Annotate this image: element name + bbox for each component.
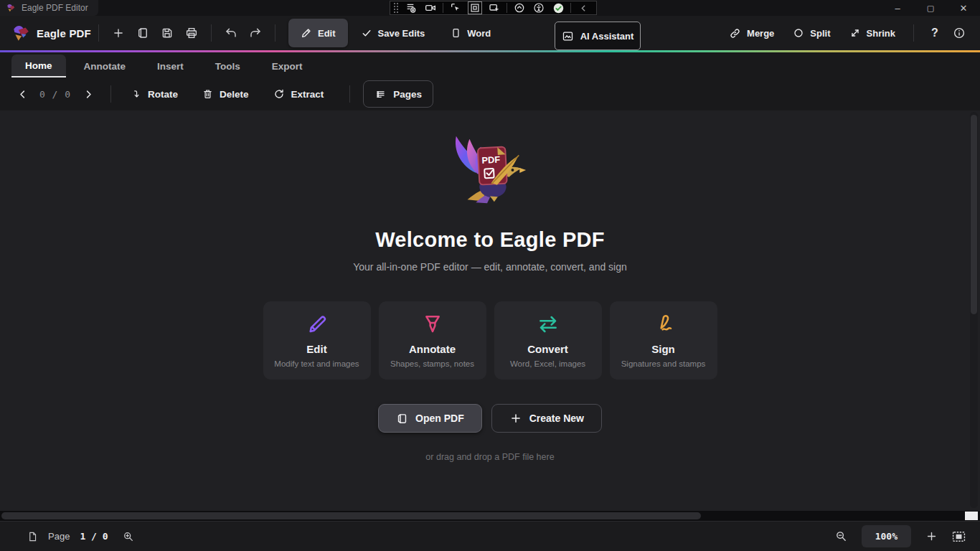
- create-new-label: Create New: [529, 413, 584, 424]
- word-export-button[interactable]: Word: [442, 20, 499, 46]
- main-toolbar: Eagle PDF Edit: [0, 16, 980, 50]
- edit-mode-button[interactable]: Edit: [288, 19, 348, 47]
- scrollbar-corner: [965, 512, 978, 520]
- tab-home[interactable]: Home: [11, 55, 66, 77]
- toolbar-separator: [98, 24, 99, 42]
- ai-image-icon: [562, 30, 574, 42]
- card-title: Annotate: [409, 343, 456, 355]
- zoom-in-left-button[interactable]: [123, 531, 134, 542]
- next-page-button[interactable]: [77, 83, 99, 105]
- vertical-scrollbar-thumb[interactable]: [971, 115, 977, 314]
- welcome-subtitle: Your all-in-one PDF editor — edit, annot…: [353, 261, 627, 273]
- app-title-area: Eagle PDF Editor: [0, 0, 98, 16]
- tab-export[interactable]: Export: [258, 55, 316, 77]
- card-title: Edit: [306, 343, 326, 355]
- save-button[interactable]: [155, 21, 179, 45]
- horizontal-scrollbar-thumb[interactable]: [1, 512, 701, 519]
- feature-cards: Edit Modify text and images Annotate Sha…: [263, 301, 717, 380]
- delete-button[interactable]: Delete: [194, 82, 258, 106]
- open-pdf-button[interactable]: Open PDF: [378, 404, 482, 433]
- ribbon-tabbar: Home Annotate Insert Tools Export: [0, 52, 980, 77]
- zoom-out-button[interactable]: [835, 530, 847, 542]
- create-new-button[interactable]: Create New: [491, 404, 602, 433]
- card-subtitle: Signatures and stamps: [621, 359, 706, 368]
- window-title: Eagle PDF Editor: [22, 3, 88, 13]
- welcome-title: Welcome to Eagle PDF: [375, 228, 605, 252]
- tab-tools[interactable]: Tools: [202, 55, 254, 77]
- accessibility-icon[interactable]: [532, 1, 546, 14]
- zoom-level-value[interactable]: 100%: [862, 525, 911, 547]
- page-nav-toolbar: 0 / 0 Rotate Delete Extract Pages: [0, 77, 980, 110]
- save-edits-button[interactable]: Save Edits: [352, 20, 434, 46]
- card-edit[interactable]: Edit Modify text and images: [263, 301, 371, 380]
- print-button[interactable]: [179, 21, 204, 45]
- drag-drop-hint: or drag and drop a PDF file here: [425, 452, 554, 462]
- card-subtitle: Modify text and images: [274, 359, 359, 368]
- page-value: 1 / 0: [80, 531, 108, 542]
- horizontal-scrollbar[interactable]: [0, 511, 980, 521]
- help-button[interactable]: ?: [924, 22, 946, 44]
- brand-eagle-icon: [11, 24, 30, 42]
- pencil-icon: [301, 27, 312, 39]
- card-sign[interactable]: Sign Signatures and stamps: [610, 301, 717, 380]
- merge-button[interactable]: Merge: [721, 20, 782, 46]
- card-subtitle: Word, Excel, images: [510, 359, 585, 368]
- pages-panel-button[interactable]: Pages: [363, 80, 433, 108]
- capture-separator: [443, 3, 443, 13]
- shrink-label: Shrink: [867, 28, 895, 39]
- pencil-icon: [306, 313, 329, 336]
- video-camera-icon[interactable]: [423, 1, 438, 14]
- close-button[interactable]: ✕: [947, 0, 980, 16]
- rotate-button[interactable]: Rotate: [123, 82, 187, 106]
- maximize-button[interactable]: ▢: [914, 0, 947, 16]
- cursor-window-icon[interactable]: [487, 1, 501, 14]
- list-icon: [374, 89, 387, 100]
- card-annotate[interactable]: Annotate Shapes, stamps, notes: [379, 301, 486, 380]
- tab-annotate[interactable]: Annotate: [70, 55, 140, 77]
- link-icon: [729, 27, 741, 39]
- capture-toolbar: [390, 1, 597, 15]
- card-subtitle: Shapes, stamps, notes: [390, 359, 474, 368]
- open-file-button[interactable]: [131, 21, 155, 45]
- fit-screen-button[interactable]: [952, 531, 966, 542]
- status-left-group: Page 1 / 0: [27, 531, 134, 542]
- cursor-select-icon[interactable]: [448, 1, 463, 14]
- chevron-left-icon[interactable]: [576, 1, 590, 14]
- gauge-icon[interactable]: [512, 1, 527, 14]
- about-button[interactable]: [948, 21, 970, 45]
- script-settings-icon[interactable]: [404, 1, 418, 14]
- logo-pdf-label: PDF: [481, 154, 500, 166]
- vertical-scrollbar[interactable]: [970, 112, 978, 508]
- zoom-in-icon: [123, 531, 134, 542]
- card-convert[interactable]: Convert Word, Excel, images: [494, 301, 602, 380]
- region-select-icon[interactable]: [468, 1, 482, 14]
- capture-separator: [507, 3, 507, 13]
- signature-pen-icon: [652, 313, 675, 336]
- save-edits-label: Save Edits: [378, 28, 425, 39]
- title-bar: Eagle PDF Editor: [0, 0, 980, 16]
- zoom-in-button[interactable]: [925, 530, 938, 542]
- open-pdf-label: Open PDF: [415, 413, 464, 424]
- ai-assistant-button[interactable]: AI Assistant: [555, 22, 641, 50]
- shrink-button[interactable]: Shrink: [842, 20, 903, 46]
- new-document-button[interactable]: [106, 21, 131, 45]
- split-button[interactable]: Split: [785, 20, 838, 46]
- extract-button[interactable]: Extract: [265, 82, 333, 106]
- app-brand: Eagle PDF: [11, 24, 91, 42]
- tab-insert[interactable]: Insert: [143, 55, 197, 77]
- redo-button[interactable]: [243, 21, 268, 45]
- check-circle-icon[interactable]: [551, 1, 565, 14]
- redo-icon: [249, 27, 262, 39]
- trash-icon: [202, 88, 213, 100]
- save-icon: [161, 27, 174, 39]
- undo-button[interactable]: [219, 21, 243, 45]
- page-indicator: 0 / 0: [33, 89, 77, 100]
- word-label: Word: [467, 28, 491, 39]
- plus-icon: [925, 530, 938, 542]
- grip-handle[interactable]: [393, 2, 399, 14]
- toolbar-separator: [913, 24, 914, 42]
- word-doc-icon: [451, 27, 461, 39]
- check-icon: [361, 27, 372, 39]
- minimize-button[interactable]: –: [881, 0, 914, 16]
- previous-page-button[interactable]: [11, 83, 33, 105]
